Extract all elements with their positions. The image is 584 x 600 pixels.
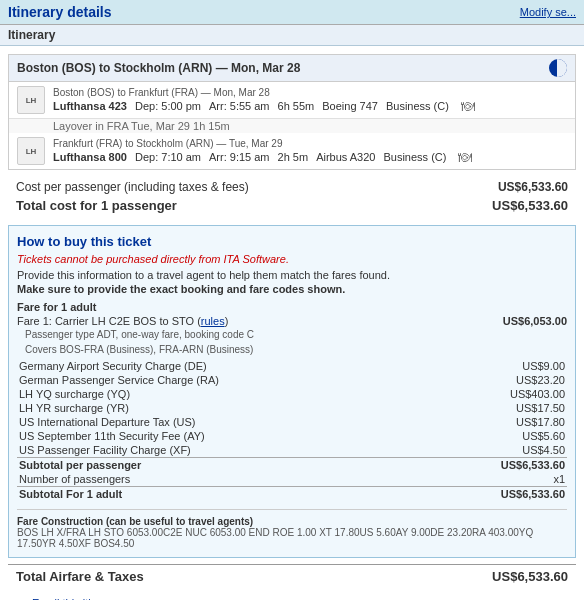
fare-carrier-line: Fare 1: Carrier LH C2E BOS to STO (rules… (17, 315, 567, 327)
charge-value: US$23.20 (429, 373, 567, 387)
fare-sub-info-2: Covers BOS-FRA (Business), FRA-ARN (Busi… (25, 344, 567, 355)
top-bar: Itinerary details Modify se... (0, 0, 584, 25)
modify-link[interactable]: Modify se... (520, 6, 576, 18)
fare-section: Fare for 1 adult Fare 1: Carrier LH C2E … (17, 301, 567, 549)
charge-row: US September 11th Security Fee (AY)US$5.… (17, 429, 567, 443)
link-item: Email this itinerary (32, 596, 568, 600)
flight-route-2: Frankfurt (FRA) to Stockholm (ARN) — Tue… (53, 138, 567, 149)
charge-row: US International Departure Tax (US)US$17… (17, 415, 567, 429)
flight-number-2: Lufthansa 800 (53, 151, 127, 163)
flight-main-info-1: Lufthansa 423 Dep: 5:00 pm Arr: 5:55 am … (53, 98, 567, 114)
charge-row: US Passenger Facility Charge (XF)US$4.50 (17, 443, 567, 458)
page-title: Itinerary details (8, 4, 112, 20)
charge-row: German Passenger Service Charge (RA)US$2… (17, 373, 567, 387)
total-airfare-label: Total Airfare & Taxes (16, 569, 144, 584)
num-passengers-row: Number of passengers x1 (17, 472, 567, 487)
meal-icon-2: 🍽 (458, 149, 472, 165)
flight-arr-2: Arr: 9:15 am (209, 151, 270, 163)
charge-value: US$403.00 (429, 387, 567, 401)
flight-leg-1: LH Boston (BOS) to Frankfurt (FRA) — Mon… (9, 82, 575, 119)
flight-group: Boston (BOS) to Stockholm (ARN) — Mon, M… (8, 54, 576, 170)
flight-group-header: Boston (BOS) to Stockholm (ARN) — Mon, M… (9, 55, 575, 82)
charge-label: US September 11th Security Fee (AY) (17, 429, 429, 443)
layover-info: Layover in FRA Tue, Mar 29 1h 15m (9, 119, 575, 133)
total-airfare-value: US$6,533.60 (492, 569, 568, 584)
fare-construction: Fare Construction (can be useful to trav… (17, 509, 567, 549)
how-to-buy-box: How to buy this ticket Tickets cannot be… (8, 225, 576, 558)
charge-value: US$4.50 (429, 443, 567, 458)
flight-leg-2-details: Frankfurt (FRA) to Stockholm (ARN) — Tue… (53, 138, 567, 165)
flight-class-1: Business (C) (386, 100, 449, 112)
num-passengers-value: x1 (429, 472, 567, 487)
flight-dur-1: 6h 55m (278, 100, 315, 112)
rules-link[interactable]: rules (201, 315, 225, 327)
subtotal-value: US$6,533.60 (429, 458, 567, 473)
info-text-2: Make sure to provide the exact booking a… (17, 283, 567, 295)
total-airfare-row: Total Airfare & Taxes US$6,533.60 (8, 564, 576, 588)
charge-label: US Passenger Facility Charge (XF) (17, 443, 429, 458)
fare-charges-table: Germany Airport Security Charge (DE)US$9… (17, 359, 567, 501)
how-to-buy-title: How to buy this ticket (17, 234, 567, 249)
subtotal-adult-value: US$6,533.60 (429, 487, 567, 502)
flight-dur-2: 2h 5m (278, 151, 309, 163)
num-passengers-label: Number of passengers (17, 472, 429, 487)
charge-row: LH YR surcharge (YR)US$17.50 (17, 401, 567, 415)
total-cost-row: Total cost for 1 passenger US$6,533.60 (8, 196, 576, 215)
flight-route-1: Boston (BOS) to Frankfurt (FRA) — Mon, M… (53, 87, 567, 98)
charge-row: LH YQ surcharge (YQ)US$403.00 (17, 387, 567, 401)
charge-label: LH YR surcharge (YR) (17, 401, 429, 415)
flight-aircraft-2: Airbus A320 (316, 151, 375, 163)
cost-per-passenger-label: Cost per passenger (including taxes & fe… (16, 180, 249, 194)
cost-per-passenger-row: Cost per passenger (including taxes & fe… (8, 178, 576, 196)
flight-aircraft-1: Boeing 747 (322, 100, 378, 112)
cannot-purchase-text: Tickets cannot be purchased directly fro… (17, 253, 567, 265)
links-section: Email this itineraryPrint this page (0, 592, 584, 600)
total-cost-label: Total cost for 1 passenger (16, 198, 177, 213)
charge-value: US$17.80 (429, 415, 567, 429)
itinerary-section-header: Itinerary (0, 25, 584, 46)
fare-sub-info-1: Passenger type ADT, one-way fare, bookin… (25, 329, 567, 340)
airline-logo-2: LH (17, 137, 45, 165)
flight-number-1: Lufthansa 423 (53, 100, 127, 112)
flight-main-info-2: Lufthansa 800 Dep: 7:10 am Arr: 9:15 am … (53, 149, 567, 165)
meal-icon-1: 🍽 (461, 98, 475, 114)
fare1-amount: US$6,053.00 (503, 315, 567, 327)
total-cost-value: US$6,533.60 (492, 198, 568, 213)
itinerary-content: Boston (BOS) to Stockholm (ARN) — Mon, M… (0, 50, 584, 219)
fare-for-label: Fare for 1 adult (17, 301, 567, 313)
fare-construction-text: BOS LH X/FRA LH STO 6053.00C2E NUC 6053.… (17, 527, 533, 549)
overnight-icon (549, 59, 567, 77)
flight-class-2: Business (C) (383, 151, 446, 163)
charge-value: US$17.50 (429, 401, 567, 415)
subtotal-adult-row: Subtotal For 1 adult US$6,533.60 (17, 487, 567, 502)
charge-row: Germany Airport Security Charge (DE)US$9… (17, 359, 567, 373)
subtotal-label: Subtotal per passenger (17, 458, 429, 473)
charge-label: LH YQ surcharge (YQ) (17, 387, 429, 401)
info-text-1: Provide this information to a travel age… (17, 269, 567, 281)
flight-arr-1: Arr: 5:55 am (209, 100, 270, 112)
flight-dep-2: Dep: 7:10 am (135, 151, 201, 163)
cost-per-passenger-value: US$6,533.60 (498, 180, 568, 194)
flight-leg-1-details: Boston (BOS) to Frankfurt (FRA) — Mon, M… (53, 87, 567, 114)
flight-dep-1: Dep: 5:00 pm (135, 100, 201, 112)
flight-group-title: Boston (BOS) to Stockholm (ARN) — Mon, M… (17, 61, 300, 75)
flight-leg-2: LH Frankfurt (FRA) to Stockholm (ARN) — … (9, 133, 575, 169)
charge-label: Germany Airport Security Charge (DE) (17, 359, 429, 373)
charge-value: US$5.60 (429, 429, 567, 443)
charge-label: US International Departure Tax (US) (17, 415, 429, 429)
charge-value: US$9.00 (429, 359, 567, 373)
links-list: Email this itineraryPrint this page (32, 596, 568, 600)
subtotal-row: Subtotal per passenger US$6,533.60 (17, 458, 567, 473)
airline-logo-1: LH (17, 86, 45, 114)
charge-label: German Passenger Service Charge (RA) (17, 373, 429, 387)
subtotal-adult-label: Subtotal For 1 adult (17, 487, 429, 502)
